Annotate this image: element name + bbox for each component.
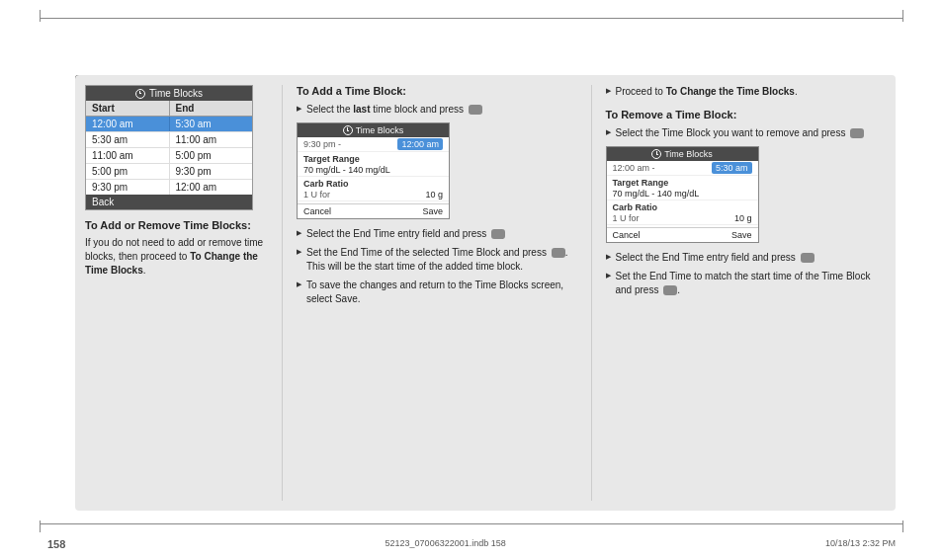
tb-header-label: Time Blocks: [149, 88, 203, 99]
right-ds-row1-label: 12:00 am -: [613, 163, 712, 173]
right-ds-title: Time Blocks: [664, 149, 713, 159]
right-ds-target-row: 70 mg/dL - 140 mg/dL: [607, 188, 758, 200]
right-button-glyph-2: [801, 253, 814, 263]
middle-ds-save: Save: [422, 206, 443, 216]
right-ds-carb-row: 1 U for 10 g: [607, 212, 758, 225]
footer-page-number: 158: [47, 538, 65, 550]
right-ds-row1: 12:00 am - 5:30 am: [607, 161, 758, 176]
right-ds-save: Save: [731, 230, 752, 240]
right-proceed-bullet: Proceed to To Change the Time Blocks.: [606, 85, 887, 99]
table-row: 11:00 am5:00 pm: [86, 148, 252, 164]
middle-ds-header: Time Blocks: [298, 123, 449, 137]
left-body-text2: .: [143, 265, 146, 276]
rb2-pre: Select the End Time entry field and pres…: [616, 252, 796, 263]
td-end: 9:30 pm: [170, 164, 253, 179]
left-section-title: To Add or Remove Time Blocks:: [85, 218, 268, 232]
clock-icon: [135, 89, 145, 99]
middle-ds-target-label: Target Range: [298, 152, 449, 164]
middle-ds-row1: 9:30 pm - 12:00 am: [298, 137, 449, 152]
right-proceed-section: Proceed to To Change the Time Blocks.: [606, 85, 887, 99]
table-row: 5:30 am11:00 am: [86, 132, 252, 148]
remove-title: To Remove a Time Block:: [606, 109, 887, 120]
middle-clock-icon: [343, 125, 353, 135]
tb-header: Time Blocks: [86, 86, 252, 101]
bullet-4: To save the changes and return to the Ti…: [297, 279, 577, 306]
bullet-2: Select the End Time entry field and pres…: [297, 227, 577, 241]
td-start: 12:00 am: [86, 117, 170, 131]
rb1-pre: Select the Time Block you want to remove…: [616, 127, 846, 138]
td-start: 5:30 am: [86, 132, 170, 147]
right-button-glyph-1: [850, 128, 864, 138]
button-glyph-2: [491, 229, 505, 239]
b4-pre: To save the changes and return to the Ti…: [306, 280, 563, 304]
right-bullet-3: Set the End Time to match the start time…: [606, 270, 887, 297]
bullet-1: Select the last time block and press: [297, 103, 577, 117]
b1-pre: Select the: [306, 104, 353, 115]
middle-ds-title: Time Blocks: [356, 125, 404, 135]
time-blocks-table: Time Blocks Start End 12:00 am5:30 am5:3…: [85, 85, 253, 210]
right-device-screen: Time Blocks 12:00 am - 5:30 am Target Ra…: [606, 146, 759, 243]
tb-col-headers: Start End: [86, 101, 252, 117]
right-ds-footer: Cancel Save: [607, 227, 758, 242]
middle-ds-carb-sub: 1 U for: [303, 190, 425, 200]
right-clock-icon: [651, 149, 661, 159]
right-ds-carb-sub: 1 U for: [613, 213, 734, 223]
vsep-1: [282, 85, 283, 501]
rb3-post: .: [677, 284, 680, 295]
right-ds-carb-label: Carb Ratio: [607, 200, 758, 212]
page-border-bottom: [40, 523, 903, 524]
content-area: Time Blocks Start End 12:00 am5:30 am5:3…: [75, 75, 896, 511]
footer-left: 52123_07006322001.indb 158: [386, 538, 506, 550]
proceed-bold: To Change the Time Blocks: [666, 86, 795, 97]
left-column: Time Blocks Start End 12:00 am5:30 am5:3…: [85, 85, 268, 501]
proceed-pre: Proceed to: [616, 86, 666, 97]
col-end: End: [170, 101, 253, 116]
right-bullet-2: Select the End Time entry field and pres…: [606, 251, 887, 265]
b1-post: time block and press: [371, 104, 465, 115]
tb-back: Back: [86, 195, 252, 209]
b3-pre: Set the End Time of the selected Time Bl…: [306, 247, 547, 258]
middle-ds-row1-label: 9:30 pm -: [303, 139, 397, 149]
left-section-body: If you do not need to add or remove time…: [85, 236, 268, 278]
bullet-3: Set the End Time of the selected Time Bl…: [297, 246, 577, 274]
footer: 158 52123_07006322001.indb 158 10/18/13 …: [0, 538, 943, 550]
right-ds-cancel: Cancel: [613, 230, 641, 240]
middle-ds-carb-label: Carb Ratio: [298, 177, 449, 189]
middle-ds-target-row: 70 mg/dL - 140 mg/dL: [298, 164, 449, 177]
button-glyph-3: [552, 248, 565, 258]
table-row: 5:00 pm9:30 pm: [86, 164, 252, 180]
middle-ds-footer: Cancel Save: [298, 203, 449, 218]
footer-right: 10/18/13 2:32 PM: [825, 538, 896, 550]
rb3-pre: Set the End Time to match the start time…: [616, 271, 871, 295]
td-start: 11:00 am: [86, 148, 170, 163]
right-ds-target-label: Target Range: [607, 176, 758, 188]
corner-mark-br: [902, 520, 903, 532]
page-border-top: [40, 18, 903, 19]
table-row: 9:30 pm12:00 am: [86, 180, 252, 195]
tb-rows: 12:00 am5:30 am5:30 am11:00 am11:00 am5:…: [86, 117, 252, 195]
table-row: 12:00 am5:30 am: [86, 117, 252, 132]
corner-mark-tl: [40, 10, 41, 22]
middle-column: To Add a Time Block: Select the last tim…: [297, 85, 577, 501]
middle-device-screen: Time Blocks 9:30 pm - 12:00 am Target Ra…: [297, 122, 450, 219]
right-ds-carb-value: 10 g: [734, 213, 752, 223]
corner-mark-tr: [902, 10, 903, 22]
td-start: 9:30 pm: [86, 180, 170, 195]
td-end: 5:30 am: [170, 117, 253, 131]
right-bullet-1: Select the Time Block you want to remove…: [606, 126, 887, 140]
right-ds-target-value: 70 mg/dL - 140 mg/dL: [613, 189, 700, 199]
middle-ds-row1-value: 12:00 am: [397, 138, 443, 150]
button-glyph-1: [469, 105, 482, 115]
right-ds-row1-value: 5:30 am: [712, 162, 752, 174]
middle-ds-cancel: Cancel: [303, 206, 331, 216]
vsep-2: [591, 85, 592, 501]
middle-ds-carb-value: 10 g: [425, 190, 443, 200]
b1-bold: last: [353, 104, 370, 115]
middle-ds-carb-row: 1 U for 10 g: [298, 189, 449, 201]
col-start: Start: [86, 101, 170, 116]
add-title: To Add a Time Block:: [297, 85, 577, 97]
b2-pre: Select the End Time entry field and pres…: [306, 228, 486, 239]
right-ds-header: Time Blocks: [607, 147, 758, 161]
corner-mark-bl: [40, 520, 41, 532]
right-button-glyph-3: [663, 285, 677, 295]
